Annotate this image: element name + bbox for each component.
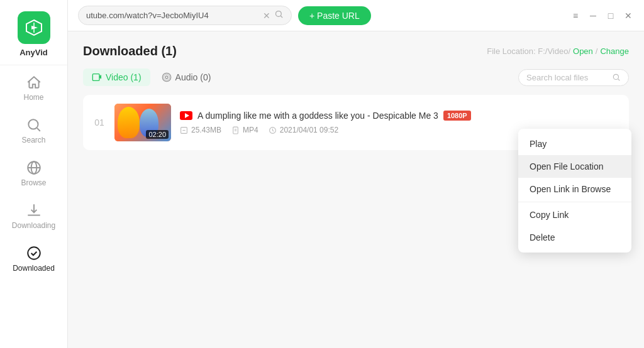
tab-video-label: Video (1) <box>106 72 142 82</box>
video-size: 25.43MB <box>191 126 221 134</box>
quality-badge: 1080P <box>443 111 471 121</box>
tab-list: Video (1) Audio (0) <box>83 68 219 86</box>
minimize-button[interactable]: ─ <box>587 10 599 21</box>
sidebar-item-browse[interactable]: Browse <box>0 151 67 193</box>
url-clear-button[interactable]: ✕ <box>263 11 270 21</box>
svg-point-9 <box>613 74 618 79</box>
tab-audio[interactable]: Audio (0) <box>153 68 220 86</box>
titlebar: utube.com/watch?v=JecboMiyIU4 ✕ + Paste … <box>68 0 644 31</box>
video-date: 2021/04/01 09:52 <box>280 126 338 134</box>
date-icon <box>269 126 277 134</box>
downloading-icon <box>26 202 42 219</box>
url-bar: utube.com/watch?v=JecboMiyIU4 ✕ <box>78 6 292 25</box>
svg-point-8 <box>164 74 169 80</box>
downloaded-icon <box>26 245 42 261</box>
window-controls: ≡ ─ □ ✕ <box>570 10 634 21</box>
url-text: utube.com/watch?v=JecboMiyIU4 <box>86 11 259 20</box>
video-tab-icon <box>92 72 102 82</box>
video-thumbnail: 02:20 <box>114 104 171 141</box>
file-location-open[interactable]: Open <box>573 46 593 56</box>
app-name: AnyVid <box>19 48 48 57</box>
audio-tab-icon <box>162 72 172 82</box>
page-title: Downloaded (1) <box>83 44 177 58</box>
sidebar-item-home-label: Home <box>23 93 43 102</box>
content-area: Downloaded (1) File Location: F:/Video/ … <box>68 31 644 348</box>
page-header: Downloaded (1) File Location: F:/Video/ … <box>83 44 629 58</box>
maximize-button[interactable]: □ <box>605 10 616 21</box>
local-search-icon <box>612 73 621 82</box>
paste-url-button[interactable]: + Paste URL <box>298 6 371 25</box>
tabs-bar: Video (1) Audio (0) <box>83 68 629 86</box>
main-area: utube.com/watch?v=JecboMiyIU4 ✕ + Paste … <box>68 0 644 348</box>
sidebar: AnyVid Home Search Browse Downloading <box>0 0 68 348</box>
menu-button[interactable]: ≡ <box>570 10 581 21</box>
svg-point-5 <box>276 11 282 17</box>
meta-size: 25.43MB <box>180 126 221 134</box>
sidebar-item-downloaded-label: Downloaded <box>13 264 55 273</box>
sidebar-item-downloading-label: Downloading <box>12 221 55 230</box>
svg-point-4 <box>28 247 40 259</box>
context-divider <box>518 202 631 202</box>
svg-rect-6 <box>92 74 99 81</box>
meta-date: 2021/04/01 09:52 <box>269 126 338 134</box>
context-menu: Play Open File Location Open Link in Bro… <box>518 129 631 253</box>
close-button[interactable]: ✕ <box>623 10 634 21</box>
sidebar-item-home[interactable]: Home <box>0 65 67 108</box>
video-format: MP4 <box>243 126 258 134</box>
sidebar-item-downloading[interactable]: Downloading <box>0 193 67 236</box>
search-icon <box>26 117 42 133</box>
context-menu-delete[interactable]: Delete <box>518 226 631 249</box>
context-menu-copy-link[interactable]: Copy Link <box>518 204 631 226</box>
home-icon <box>26 74 42 90</box>
file-location: File Location: F:/Video/ Open / Change <box>487 46 629 56</box>
sidebar-item-search[interactable]: Search <box>0 108 67 151</box>
format-icon <box>231 126 240 134</box>
svg-point-7 <box>165 76 168 79</box>
local-search-input[interactable] <box>526 73 608 82</box>
video-title: A dumpling like me with a goddess like y… <box>197 111 438 121</box>
sidebar-item-browse-label: Browse <box>21 178 46 187</box>
item-number: 01 <box>93 117 106 128</box>
browse-icon <box>26 160 42 176</box>
url-search-icon[interactable] <box>274 9 284 21</box>
tab-video[interactable]: Video (1) <box>83 68 150 86</box>
context-menu-play[interactable]: Play <box>518 133 631 155</box>
context-menu-open-file-location[interactable]: Open File Location <box>518 155 631 178</box>
video-duration: 02:20 <box>146 130 169 139</box>
meta-format: MP4 <box>231 126 258 134</box>
tab-audio-label: Audio (0) <box>175 72 211 82</box>
file-location-change[interactable]: Change <box>600 46 629 56</box>
svg-point-0 <box>28 119 38 129</box>
sidebar-item-search-label: Search <box>21 136 45 144</box>
file-location-label: File Location: F:/Video/ <box>487 46 570 56</box>
sidebar-item-downloaded[interactable]: Downloaded <box>0 236 67 279</box>
logo-area: AnyVid <box>0 0 67 65</box>
video-title-row: A dumpling like me with a goddess like y… <box>180 111 619 121</box>
context-menu-open-link[interactable]: Open Link in Browse <box>518 178 631 200</box>
app-logo <box>18 11 50 44</box>
local-search-box[interactable] <box>518 69 629 86</box>
size-icon <box>180 126 188 134</box>
youtube-icon <box>180 111 192 120</box>
